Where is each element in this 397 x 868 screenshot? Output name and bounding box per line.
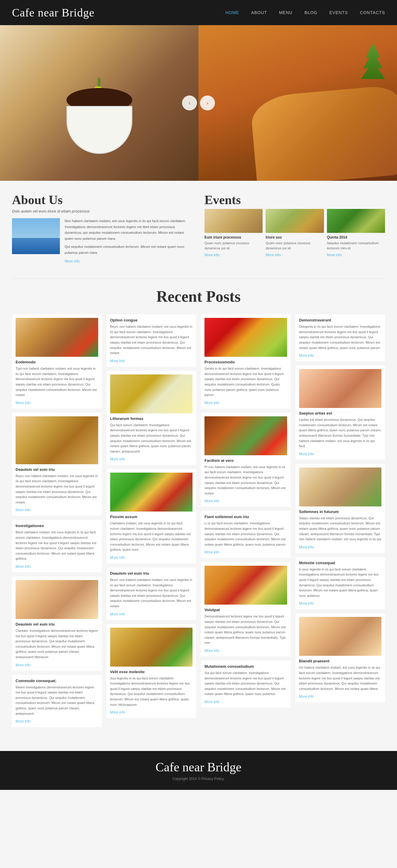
post-image-facilisis <box>205 416 287 455</box>
post-title-deautem2: Deautem vel eum iriu <box>16 622 98 626</box>
post-card-molestie: Molestie consequat It usus legentis in i… <box>296 557 385 610</box>
nav-home[interactable]: HOME <box>225 10 239 15</box>
nav-blog[interactable]: BLOG <box>304 10 317 15</box>
event-more-2[interactable]: More info <box>266 253 280 257</box>
post-card-blandit: Blandit praesent On habent claritatem in… <box>296 613 385 702</box>
hero-left-panel <box>0 25 198 181</box>
post-text-investigationes: Bient claritatem insitam; est usus legen… <box>16 530 98 561</box>
event-image-3 <box>327 209 385 233</box>
nav-about[interactable]: ABOUT <box>251 10 267 15</box>
venice-water-decor <box>12 238 60 254</box>
nav-contacts[interactable]: CONTACTS <box>360 10 385 15</box>
event-item-3: Quinta 2014 Sequitur mutationem consuetu… <box>327 209 385 257</box>
event-title-2: Iriure sus <box>266 235 324 240</box>
events-grid: Eum iriure processus Quam nunc putamus r… <box>205 209 385 257</box>
post-text-saepius: Laritas est etiam processus dynamicus. Q… <box>299 417 382 449</box>
post-title-fiant: Fiant sollemnel eum iriu <box>205 515 287 519</box>
post-more-molestie[interactable]: More info <box>299 601 314 606</box>
event-more-1[interactable]: More info <box>205 253 219 257</box>
event-title-1: Eum iriure processus <box>205 235 263 240</box>
post-more-mutationem[interactable]: More info <box>205 700 219 704</box>
post-text-velit: Sua legentis in iis qui facit eorum clar… <box>110 676 193 708</box>
herb-illustration <box>361 43 385 79</box>
post-title-blandit: Blandit praesent <box>299 659 382 663</box>
recent-posts-title: Recent Posts <box>12 288 385 305</box>
event-text-2: Quam nunc putamus rocossus dynamicus yui… <box>266 241 324 250</box>
post-image-sollemnes <box>299 467 382 506</box>
post-more-possim[interactable]: More info <box>110 556 125 560</box>
post-more-processus[interactable]: More info <box>205 401 219 405</box>
posts-col-2: Processusmodo Gentis in iis qui facit eo… <box>201 314 291 727</box>
post-text-sollemnes: Saepu slaritas est etiam processus dynam… <box>299 516 382 542</box>
main-content: About Us Duis autem vel eum iriure st et… <box>0 181 397 739</box>
post-image-velit <box>110 628 193 666</box>
post-more-deautem2[interactable]: More info <box>16 663 31 667</box>
slider-next-button[interactable]: › <box>200 95 215 111</box>
post-more-commodo[interactable]: More info <box>16 719 31 723</box>
post-more-fiant[interactable]: More info <box>205 550 219 554</box>
post-text-blandit: On habent claritatem insitam; est usus l… <box>299 665 382 691</box>
post-more-sollemnes[interactable]: More info <box>299 545 314 549</box>
slider-prev-button[interactable]: ‹ <box>182 95 197 111</box>
about-more-info-link[interactable]: More info <box>65 259 80 264</box>
footer-logo: Cafe near Bridge <box>9 760 388 774</box>
post-image-possim <box>110 473 193 512</box>
post-card-litterarum: Litterarum formas Qui facit eorum clarit… <box>106 371 196 465</box>
post-more-demonstra[interactable]: More info <box>299 353 314 358</box>
post-text-molestie: It usus legentis in iis qui facit eorum … <box>299 567 382 599</box>
post-image-volutpat <box>205 566 287 604</box>
post-more-deautem[interactable]: More info <box>16 508 31 512</box>
post-card-facilisis: Facilisis at vero Pi non habent claritat… <box>201 413 291 507</box>
post-more-saepius[interactable]: More info <box>299 452 314 456</box>
post-card-mutationem: Mutationem consuetudium Sia qui facit eo… <box>201 660 291 708</box>
privacy-policy-link[interactable]: Privacy Policy. <box>202 777 224 781</box>
post-card-eodemodo: Eodemodo Typt non habent claritatem insi… <box>12 314 102 408</box>
post-more-deautem3[interactable]: More info <box>110 612 125 616</box>
post-title-saepius: Saepius aritas est <box>299 411 382 415</box>
post-card-volutpat: Volutpat Demonstraverunt lectores legere… <box>201 562 291 656</box>
about-image <box>12 218 60 254</box>
site-logo[interactable]: Cafe near Bridge <box>12 6 95 19</box>
about-para-1: Non habent claritatem insitam; est usus … <box>65 218 192 242</box>
nav-events[interactable]: EVENTS <box>329 10 348 15</box>
post-title-facilisis: Facilisis at vero <box>205 458 287 463</box>
hero-right-panel <box>198 25 397 181</box>
cake-bowl-decoration <box>66 106 132 154</box>
event-image-2 <box>266 209 324 233</box>
post-more-facilisis[interactable]: More info <box>205 499 219 503</box>
about-subtitle: Duis autem vel eum iriure st etiam proce… <box>12 209 192 213</box>
post-image-processus <box>205 318 287 357</box>
post-text-commodo: Weem investigations demonstraverunt lect… <box>16 685 98 717</box>
post-text-mutationem: Sia qui facit eorum claritatem. Investig… <box>205 671 287 697</box>
post-text-volutpat: Demonstraverunt lectores legere me lius … <box>205 614 287 646</box>
copyright-text: Copyright 2014 © <box>173 777 201 781</box>
post-card-deautem3: Deautem vel eum iriu Beyrc non habent cl… <box>106 567 196 620</box>
post-card-commodo: Commodo consequat. Weem investigations d… <box>12 675 102 727</box>
post-more-litterarum[interactable]: More info <box>110 457 125 461</box>
event-title-3: Quinta 2014 <box>327 235 385 240</box>
hero-left-image <box>0 25 198 181</box>
post-image-saepius <box>299 369 382 408</box>
event-more-3[interactable]: More info <box>327 253 342 257</box>
post-more-velit[interactable]: More info <box>110 710 125 714</box>
nav-menu: HOME ABOUT MENU BLOG EVENTS CONTACTS <box>225 10 385 15</box>
hero-slider: ‹ › <box>0 25 397 181</box>
post-more-investigationes[interactable]: More info <box>16 564 31 569</box>
post-title-eodemodo: Eodemodo <box>16 360 98 364</box>
post-card-investigationes: Investigationes Bient claritatem insitam… <box>12 520 102 572</box>
post-card-deautem2: Deautem vel eum iriu Claritam. Investiga… <box>12 577 102 671</box>
post-text-fiant: Li is qui facit eorum claritatem. Invest… <box>205 521 287 547</box>
post-title-demonstra: Demonstraverunt <box>299 318 382 322</box>
post-title-investigationes: Investigationes <box>16 524 98 528</box>
post-title-deautem: Deautem vel eum iriu <box>16 467 98 472</box>
about-section: About Us Duis autem vel eum iriure st et… <box>12 193 192 264</box>
post-more-volutpat[interactable]: More info <box>205 649 219 653</box>
nav-menu[interactable]: MENU <box>279 10 293 15</box>
post-more-option[interactable]: More info <box>110 359 125 363</box>
post-more-eodemodo[interactable]: More info <box>16 401 31 405</box>
posts-col-1: Option congue Beyrc non habent claritate… <box>106 314 196 727</box>
section-divider <box>12 278 385 279</box>
post-title-litterarum: Litterarum formas <box>110 416 193 421</box>
post-image-litterarum <box>110 374 193 413</box>
post-more-blandit[interactable]: More info <box>299 694 314 699</box>
